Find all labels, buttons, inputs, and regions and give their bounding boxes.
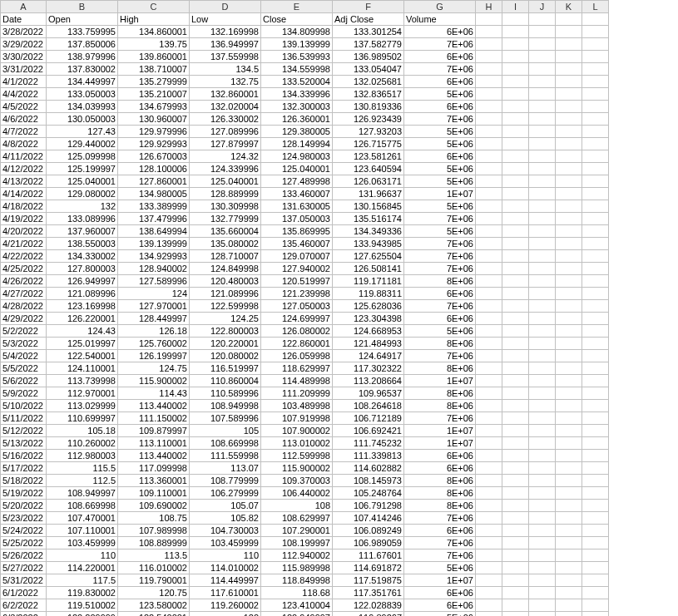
cell-vol[interactable]: 5E+06 xyxy=(404,88,476,101)
cell-open[interactable]: 123.169998 xyxy=(47,300,118,313)
cell-adj[interactable]: 134.349336 xyxy=(333,225,404,238)
empty-cell[interactable] xyxy=(476,599,502,612)
empty-cell[interactable] xyxy=(556,250,582,263)
empty-cell[interactable] xyxy=(556,462,582,475)
cell-low[interactable]: 127.089996 xyxy=(190,126,261,138)
cell-low[interactable]: 122.800003 xyxy=(190,325,261,338)
empty-cell[interactable] xyxy=(529,525,556,537)
cell-high[interactable]: 120.75 xyxy=(118,587,190,599)
cell-vol[interactable]: 8E+06 xyxy=(404,275,476,288)
empty-cell[interactable] xyxy=(502,362,529,375)
cell-high[interactable]: 138.710007 xyxy=(118,63,190,76)
cell-open[interactable]: 114.220001 xyxy=(47,562,118,574)
empty-cell[interactable] xyxy=(582,562,609,574)
empty-cell[interactable] xyxy=(476,537,502,549)
header-cell[interactable]: Volume xyxy=(404,13,476,26)
cell-close[interactable]: 120.519997 xyxy=(261,275,333,288)
empty-cell[interactable] xyxy=(529,412,556,425)
empty-cell[interactable] xyxy=(476,425,502,437)
cell-close[interactable]: 118.629997 xyxy=(261,362,333,375)
empty-cell[interactable] xyxy=(582,200,609,213)
empty-cell[interactable] xyxy=(476,525,502,537)
cell-date[interactable]: 5/9/2022 xyxy=(1,387,47,400)
empty-cell[interactable] xyxy=(476,200,502,213)
empty-cell[interactable] xyxy=(529,562,556,574)
empty-cell[interactable] xyxy=(556,200,582,213)
empty-cell[interactable] xyxy=(556,387,582,400)
cell-low[interactable]: 124.849998 xyxy=(190,263,261,275)
cell-open[interactable]: 117.5 xyxy=(47,574,118,587)
empty-cell[interactable] xyxy=(476,362,502,375)
cell-low[interactable]: 136.949997 xyxy=(190,38,261,51)
cell-low[interactable]: 127.879997 xyxy=(190,138,261,150)
empty-cell[interactable] xyxy=(556,537,582,549)
cell-high[interactable]: 124 xyxy=(118,288,190,300)
cell-low[interactable]: 106.279999 xyxy=(190,487,261,500)
cell-date[interactable]: 4/27/2022 xyxy=(1,288,47,300)
cell-date[interactable]: 4/18/2022 xyxy=(1,200,47,213)
empty-cell[interactable] xyxy=(582,188,609,200)
empty-cell[interactable] xyxy=(582,300,609,313)
cell-close[interactable]: 115.989998 xyxy=(261,562,333,574)
cell-high[interactable]: 108.889999 xyxy=(118,537,190,549)
empty-cell[interactable] xyxy=(476,450,502,462)
cell-open[interactable]: 122.540001 xyxy=(47,350,118,362)
cell-vol[interactable]: 1E+07 xyxy=(404,375,476,387)
cell-low[interactable]: 132.169998 xyxy=(190,26,261,38)
empty-cell[interactable] xyxy=(502,38,529,51)
cell-open[interactable]: 137.960007 xyxy=(47,225,118,238)
cell-low[interactable]: 113.07 xyxy=(190,462,261,475)
cell-close[interactable]: 118.849998 xyxy=(261,574,333,587)
cell-high[interactable]: 138.649994 xyxy=(118,225,190,238)
empty-cell[interactable] xyxy=(556,525,582,537)
empty-cell[interactable] xyxy=(556,225,582,238)
cell-low[interactable]: 105.82 xyxy=(190,512,261,525)
cell-high[interactable]: 126.18 xyxy=(118,325,190,338)
empty-cell[interactable] xyxy=(476,101,502,113)
empty-cell[interactable] xyxy=(476,462,502,475)
cell-open[interactable]: 108.669998 xyxy=(47,500,118,512)
empty-cell[interactable] xyxy=(529,163,556,175)
empty-cell[interactable] xyxy=(529,425,556,437)
cell-low[interactable]: 108.949998 xyxy=(190,400,261,412)
header-cell[interactable]: Close xyxy=(261,13,333,26)
empty-cell[interactable] xyxy=(582,475,609,487)
empty-cell[interactable] xyxy=(556,338,582,350)
empty-cell[interactable] xyxy=(529,300,556,313)
cell-close[interactable]: 121.239998 xyxy=(261,288,333,300)
cell-low[interactable]: 132.75 xyxy=(190,76,261,88)
empty-cell[interactable] xyxy=(529,487,556,500)
empty-cell[interactable] xyxy=(476,113,502,126)
cell-open[interactable]: 112.5 xyxy=(47,475,118,487)
cell-high[interactable]: 109.110001 xyxy=(118,487,190,500)
empty-cell[interactable] xyxy=(502,537,529,549)
cell-vol[interactable]: 6E+06 xyxy=(404,587,476,599)
cell-vol[interactable]: 5E+06 xyxy=(404,225,476,238)
empty-cell[interactable] xyxy=(476,437,502,450)
cell-close[interactable]: 103.489998 xyxy=(261,400,333,412)
empty-cell[interactable] xyxy=(582,150,609,163)
cell-open[interactable]: 138.550003 xyxy=(47,238,118,250)
cell-date[interactable]: 5/11/2022 xyxy=(1,412,47,425)
cell-vol[interactable]: 5E+06 xyxy=(404,562,476,574)
cell-vol[interactable]: 6E+06 xyxy=(404,51,476,63)
empty-cell[interactable] xyxy=(529,225,556,238)
cell-low[interactable]: 132.020004 xyxy=(190,101,261,113)
cell-high[interactable]: 126.199997 xyxy=(118,350,190,362)
empty-cell[interactable] xyxy=(556,150,582,163)
empty-cell[interactable] xyxy=(582,313,609,325)
cell-date[interactable]: 5/13/2022 xyxy=(1,437,47,450)
empty-cell[interactable] xyxy=(502,126,529,138)
cell-vol[interactable]: 6E+06 xyxy=(404,26,476,38)
cell-vol[interactable]: 6E+06 xyxy=(404,599,476,612)
cell-low[interactable]: 128.889999 xyxy=(190,188,261,200)
cell-date[interactable]: 6/1/2022 xyxy=(1,587,47,599)
cell-high[interactable]: 127.970001 xyxy=(118,300,190,313)
cell-close[interactable]: 133.520004 xyxy=(261,76,333,88)
cell-adj[interactable]: 105.248764 xyxy=(333,487,404,500)
cell-close[interactable]: 127.050003 xyxy=(261,300,333,313)
empty-cell[interactable] xyxy=(556,487,582,500)
cell-date[interactable]: 6/2/2022 xyxy=(1,599,47,612)
empty-cell[interactable] xyxy=(582,275,609,288)
cell-open[interactable]: 125.099998 xyxy=(47,150,118,163)
